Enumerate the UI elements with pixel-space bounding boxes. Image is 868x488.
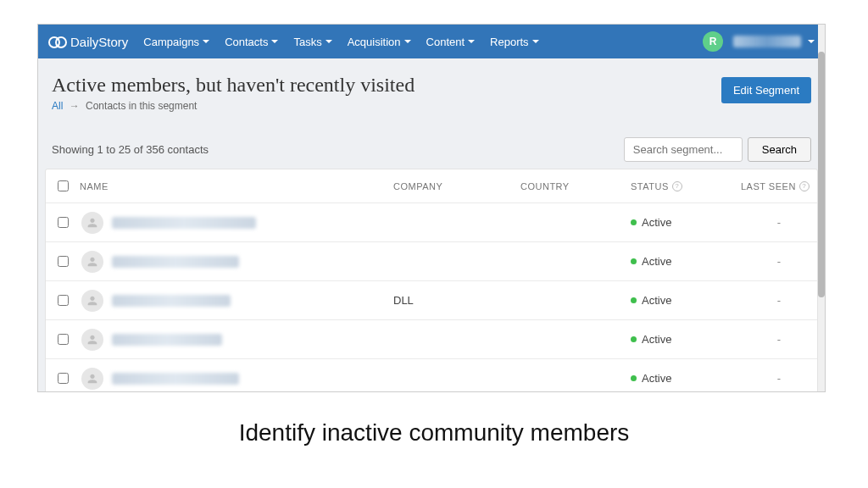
name-cell — [80, 368, 393, 390]
chevron-down-icon — [326, 40, 332, 43]
search-button[interactable]: Search — [748, 137, 811, 162]
contact-name-redacted — [112, 217, 256, 229]
last-seen-cell: - — [741, 372, 817, 385]
avatar-icon — [81, 368, 103, 390]
toolbar: Showing 1 to 25 of 356 contacts Search — [38, 119, 825, 169]
chevron-down-icon — [203, 40, 209, 43]
contact-name-redacted — [112, 256, 239, 268]
table-header: NAME COMPANY COUNTRY STATUS? LAST SEEN? — [46, 169, 817, 203]
avatar-icon — [81, 251, 103, 273]
status-dot-icon — [631, 336, 637, 342]
status-dot-icon — [631, 297, 637, 303]
col-company[interactable]: COMPANY — [393, 181, 520, 191]
col-status[interactable]: STATUS? — [631, 181, 741, 191]
row-checkbox[interactable] — [58, 334, 69, 345]
chevron-down-icon — [404, 40, 411, 43]
scrollbar-thumb[interactable] — [818, 52, 825, 297]
app-window: DailyStory Campaigns Contacts Tasks Acqu… — [37, 24, 826, 392]
help-icon[interactable]: ? — [672, 181, 682, 191]
contact-name-redacted — [112, 295, 231, 307]
user-name-redacted — [733, 36, 801, 47]
name-cell — [80, 290, 393, 312]
contact-name-redacted — [112, 373, 239, 385]
last-seen-cell: - — [741, 255, 817, 268]
arrow-right-icon: → — [70, 100, 80, 112]
top-nav: DailyStory Campaigns Contacts Tasks Acqu… — [38, 25, 825, 58]
company-cell: DLL — [393, 294, 520, 307]
nav-acquisition[interactable]: Acquisition — [348, 36, 411, 48]
row-checkbox[interactable] — [58, 295, 69, 306]
table-row[interactable]: Active- — [46, 320, 817, 359]
nav-items: Campaigns Contacts Tasks Acquisition Con… — [143, 36, 538, 48]
nav-tasks[interactable]: Tasks — [293, 36, 331, 48]
row-checkbox[interactable] — [58, 217, 69, 228]
page-header: Active members, but haven't recently vis… — [38, 58, 825, 119]
last-seen-cell: - — [741, 216, 817, 229]
avatar-icon — [81, 212, 103, 234]
contacts-table: NAME COMPANY COUNTRY STATUS? LAST SEEN? … — [45, 169, 818, 392]
avatar-icon — [81, 290, 103, 312]
search-input[interactable] — [624, 137, 743, 162]
brand-logo[interactable]: DailyStory — [48, 33, 128, 50]
status-cell: Active — [631, 255, 741, 268]
chevron-down-icon — [532, 40, 539, 43]
vertical-scrollbar[interactable] — [818, 25, 825, 391]
table-row[interactable]: Active- — [46, 359, 817, 392]
last-seen-cell: - — [741, 294, 817, 307]
slide-caption: Identify inactive community members — [0, 419, 868, 446]
infinity-icon — [48, 33, 65, 50]
chevron-down-icon — [271, 40, 278, 43]
nav-user[interactable]: R — [703, 31, 815, 52]
breadcrumb: All → Contacts in this segment — [52, 100, 415, 112]
chevron-down-icon — [468, 40, 475, 43]
col-name[interactable]: NAME — [80, 181, 393, 191]
brand-name: DailyStory — [70, 35, 128, 49]
help-icon[interactable]: ? — [799, 181, 810, 191]
status-dot-icon — [631, 375, 637, 381]
status-cell: Active — [631, 333, 741, 346]
table-row[interactable]: Active- — [46, 242, 817, 281]
col-country[interactable]: COUNTRY — [520, 181, 631, 191]
breadcrumb-current: Contacts in this segment — [86, 100, 197, 112]
breadcrumb-all-link[interactable]: All — [52, 100, 63, 112]
avatar-icon — [81, 329, 103, 351]
select-all-checkbox[interactable] — [58, 180, 69, 191]
edit-segment-button[interactable]: Edit Segment — [721, 77, 811, 103]
status-cell: Active — [631, 294, 741, 307]
search-group: Search — [624, 137, 811, 162]
table-row[interactable]: Active- — [46, 203, 817, 242]
status-dot-icon — [631, 258, 637, 264]
contact-name-redacted — [112, 334, 222, 346]
status-dot-icon — [631, 219, 637, 225]
name-cell — [80, 329, 393, 351]
chevron-down-icon — [808, 40, 815, 43]
table-row[interactable]: DLLActive- — [46, 281, 817, 320]
row-checkbox[interactable] — [58, 256, 69, 267]
showing-count: Showing 1 to 25 of 356 contacts — [52, 143, 209, 156]
nav-campaigns[interactable]: Campaigns — [143, 36, 209, 48]
row-checkbox[interactable] — [58, 373, 69, 384]
nav-contacts[interactable]: Contacts — [225, 36, 278, 48]
name-cell — [80, 212, 393, 234]
name-cell — [80, 251, 393, 273]
status-cell: Active — [631, 372, 741, 385]
page-title: Active members, but haven't recently vis… — [52, 74, 415, 97]
nav-reports[interactable]: Reports — [490, 36, 539, 48]
nav-content[interactable]: Content — [426, 36, 476, 48]
last-seen-cell: - — [741, 333, 817, 346]
status-cell: Active — [631, 216, 741, 229]
col-last-seen[interactable]: LAST SEEN? — [741, 181, 817, 191]
user-avatar-badge: R — [703, 31, 723, 52]
